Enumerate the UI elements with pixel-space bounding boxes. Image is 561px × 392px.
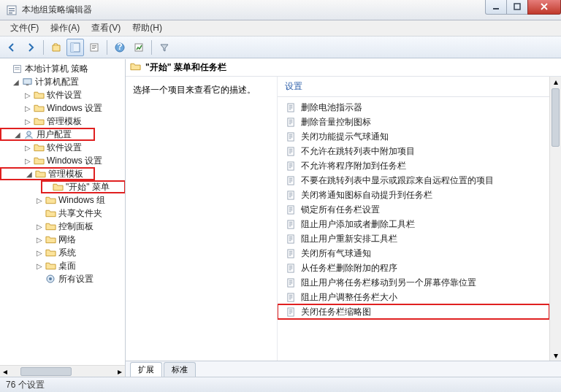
expander-icon[interactable]: ▷ bbox=[23, 91, 32, 99]
svg-rect-69 bbox=[289, 236, 292, 237]
expander-icon[interactable]: ▷ bbox=[35, 262, 44, 270]
filter-button[interactable] bbox=[156, 39, 173, 56]
nav-tree: 本地计算机 策略 ◢ 计算机配置 ▷软件设置 ▷Windows 设置 ▷管理模板… bbox=[0, 59, 125, 288]
up-button[interactable] bbox=[47, 39, 65, 56]
expander-icon[interactable]: ▷ bbox=[23, 157, 32, 165]
tree-item[interactable]: 共享文件夹 bbox=[0, 207, 125, 220]
expander-icon[interactable]: ◢ bbox=[25, 170, 34, 178]
help-button[interactable]: ? bbox=[111, 39, 129, 56]
svg-rect-32 bbox=[289, 123, 291, 124]
setting-item[interactable]: 不允许将程序附加到任务栏 bbox=[278, 158, 549, 173]
expander-icon[interactable]: ▷ bbox=[35, 236, 44, 244]
expander-icon[interactable]: ▷ bbox=[35, 249, 44, 257]
tree-item[interactable]: ▷Windows 设置 bbox=[0, 101, 125, 115]
scroll-down-icon[interactable]: ▾ bbox=[551, 350, 561, 361]
tree-admin-templates[interactable]: ◢管理模板 bbox=[0, 167, 95, 180]
tree-label: 计算机配置 bbox=[35, 76, 79, 88]
tree-item[interactable]: ▷软件设置 bbox=[0, 88, 125, 101]
tree-user-config[interactable]: ◢ 用户配置 bbox=[0, 128, 95, 141]
setting-item[interactable]: 删除电池指示器 bbox=[278, 100, 549, 115]
svg-rect-94 bbox=[289, 309, 292, 310]
scrollbar-track[interactable] bbox=[550, 87, 561, 350]
setting-item[interactable]: 阻止用户添加或者删除工具栏 bbox=[278, 217, 549, 231]
maximize-button[interactable] bbox=[506, 0, 528, 15]
tree-item[interactable]: ▷管理模板 bbox=[0, 115, 125, 128]
tree-label: 软件设置 bbox=[47, 142, 82, 154]
close-button[interactable] bbox=[527, 0, 561, 15]
forward-button[interactable] bbox=[22, 39, 39, 56]
setting-item-label: 锁定所有任务栏设置 bbox=[301, 204, 380, 216]
export-button[interactable] bbox=[130, 39, 148, 56]
setting-item[interactable]: 不允许在跳转列表中附加项目 bbox=[278, 144, 549, 158]
scroll-up-icon[interactable]: ▴ bbox=[551, 77, 561, 87]
tab-extended[interactable]: 扩展 bbox=[130, 362, 162, 377]
expander-icon[interactable]: ▷ bbox=[35, 196, 44, 204]
minimize-button[interactable] bbox=[485, 0, 507, 15]
setting-item[interactable]: 从任务栏删除附加的程序 bbox=[278, 261, 549, 275]
setting-item[interactable]: 阻止用户调整任务栏大小 bbox=[278, 290, 549, 304]
tree-item[interactable]: ▷Windows 设置 bbox=[0, 154, 125, 167]
setting-item-label: 不允许在跳转列表中附加项目 bbox=[301, 145, 415, 158]
expander-icon[interactable]: ▷ bbox=[23, 104, 32, 112]
menu-file[interactable]: 文件(F) bbox=[4, 20, 45, 36]
svg-rect-65 bbox=[289, 223, 292, 223]
setting-item-label: 阻止用户添加或者删除工具栏 bbox=[301, 218, 415, 231]
expander-icon[interactable]: ◢ bbox=[12, 78, 20, 86]
description-column: 选择一个项目来查看它的描述。 bbox=[126, 77, 278, 361]
setting-item[interactable]: 关闭功能提示气球通知 bbox=[278, 129, 549, 144]
scrollbar-thumb[interactable] bbox=[20, 367, 72, 376]
menu-action[interactable]: 操作(A) bbox=[45, 20, 85, 36]
tree-computer-config[interactable]: ◢ 计算机配置 bbox=[0, 75, 125, 88]
properties-button[interactable] bbox=[85, 39, 103, 56]
scroll-right-icon[interactable]: ▸ bbox=[115, 366, 125, 377]
folder-icon bbox=[45, 195, 56, 205]
expander-icon[interactable]: ▷ bbox=[23, 118, 32, 126]
svg-rect-4 bbox=[493, 8, 499, 9]
tree-start-menu[interactable]: "开始" 菜单 bbox=[41, 180, 126, 193]
setting-item[interactable]: 关闭所有气球通知 bbox=[278, 246, 549, 261]
tree-label: 系统 bbox=[58, 247, 76, 259]
svg-rect-61 bbox=[289, 210, 292, 210]
tree-root[interactable]: 本地计算机 策略 bbox=[0, 62, 125, 75]
tree-item[interactable]: ▷软件设置 bbox=[0, 141, 125, 154]
setting-item[interactable]: 删除音量控制图标 bbox=[278, 115, 549, 129]
folder-icon bbox=[45, 234, 56, 245]
menu-help[interactable]: 帮助(H) bbox=[126, 20, 168, 36]
policy-item-icon bbox=[285, 277, 297, 288]
setting-item[interactable]: 阻止用户将任务栏移动到另一个屏幕停靠位置 bbox=[278, 275, 549, 290]
setting-item[interactable]: 阻止用户重新安排工具栏 bbox=[278, 231, 549, 246]
setting-item[interactable]: 锁定所有任务栏设置 bbox=[278, 202, 549, 217]
menu-view[interactable]: 查看(V) bbox=[85, 20, 126, 36]
setting-item-label: 不要在跳转列表中显示或跟踪来自远程位置的项目 bbox=[301, 174, 494, 187]
expander-icon[interactable]: ▷ bbox=[23, 144, 32, 152]
main-area: 本地计算机 策略 ◢ 计算机配置 ▷软件设置 ▷Windows 设置 ▷管理模板… bbox=[0, 58, 561, 377]
settings-column: 设置 删除电池指示器删除音量控制图标关闭功能提示气球通知不允许在跳转列表中附加项… bbox=[278, 77, 561, 361]
details-pane: "开始" 菜单和任务栏 选择一个项目来查看它的描述。 设置 删除电池指示器删除音… bbox=[126, 59, 561, 377]
setting-item[interactable]: 关闭任务栏缩略图 bbox=[278, 304, 549, 319]
svg-rect-42 bbox=[289, 153, 291, 153]
tree-item[interactable]: ▷系统 bbox=[0, 246, 125, 259]
tree-item[interactable]: ▷控制面板 bbox=[0, 220, 125, 233]
tree-item[interactable]: ▷网络 bbox=[0, 233, 125, 246]
svg-rect-66 bbox=[289, 224, 292, 225]
tab-standard[interactable]: 标准 bbox=[164, 362, 196, 377]
toolbar-separator bbox=[43, 40, 44, 55]
svg-rect-82 bbox=[289, 269, 291, 270]
expander-icon[interactable]: ▷ bbox=[35, 223, 44, 231]
svg-rect-10 bbox=[92, 47, 96, 47]
tree-horizontal-scrollbar[interactable]: ◂ ▸ bbox=[0, 365, 125, 377]
scrollbar-thumb[interactable] bbox=[552, 88, 560, 147]
scroll-left-icon[interactable]: ◂ bbox=[0, 366, 10, 377]
folder-icon bbox=[34, 169, 46, 179]
vertical-scrollbar[interactable]: ▴ ▾ bbox=[549, 77, 561, 361]
tree-label: Windows 设置 bbox=[47, 102, 102, 115]
show-tree-button[interactable] bbox=[66, 39, 84, 56]
tree-item[interactable]: 所有设置 bbox=[0, 272, 125, 285]
tree-item[interactable]: ▷桌面 bbox=[0, 259, 125, 272]
expander-icon[interactable]: ◢ bbox=[13, 131, 22, 139]
back-button[interactable] bbox=[3, 39, 20, 56]
setting-item[interactable]: 不要在跳转列表中显示或跟踪来自远程位置的项目 bbox=[278, 173, 549, 188]
tree-item[interactable]: ▷Windows 组 bbox=[0, 193, 125, 207]
setting-item[interactable]: 关闭将通知图标自动提升到任务栏 bbox=[278, 188, 549, 202]
settings-column-header[interactable]: 设置 bbox=[278, 77, 549, 97]
